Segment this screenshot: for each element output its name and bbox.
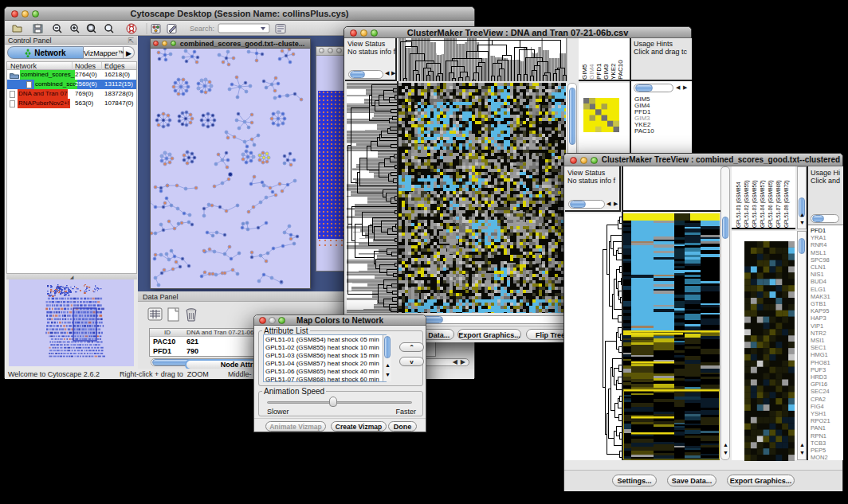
svg-text:YKE2: YKE2 [610,63,617,80]
svg-text:PAC10: PAC10 [617,60,624,80]
svg-text:GPL51-01 (GSM854: GPL51-01 (GSM854 [736,182,742,228]
svg-text:GPL51-02 (GSM855): GPL51-02 (GSM855) [744,181,750,229]
svg-text:GIM3: GIM3 [603,64,610,80]
svg-text:GIM5: GIM5 [581,64,588,80]
svg-text:GPL51-04 (GSM857): GPL51-04 (GSM857) [760,181,766,229]
svg-text:GIM4: GIM4 [588,64,595,80]
svg-text:GPL51-08 (GSM872): GPL51-08 (GSM872) [783,181,790,229]
svg-text:GPL51-07 (GSM868): GPL51-07 (GSM868) [775,181,782,229]
svg-text:PFD1: PFD1 [595,63,603,80]
svg-text:GPL51-06 (GSM865): GPL51-06 (GSM865) [768,181,774,229]
svg-text:GPL51-03 (GSM856): GPL51-03 (GSM856) [752,181,758,229]
svg-text:Search:: Search: [190,25,214,33]
